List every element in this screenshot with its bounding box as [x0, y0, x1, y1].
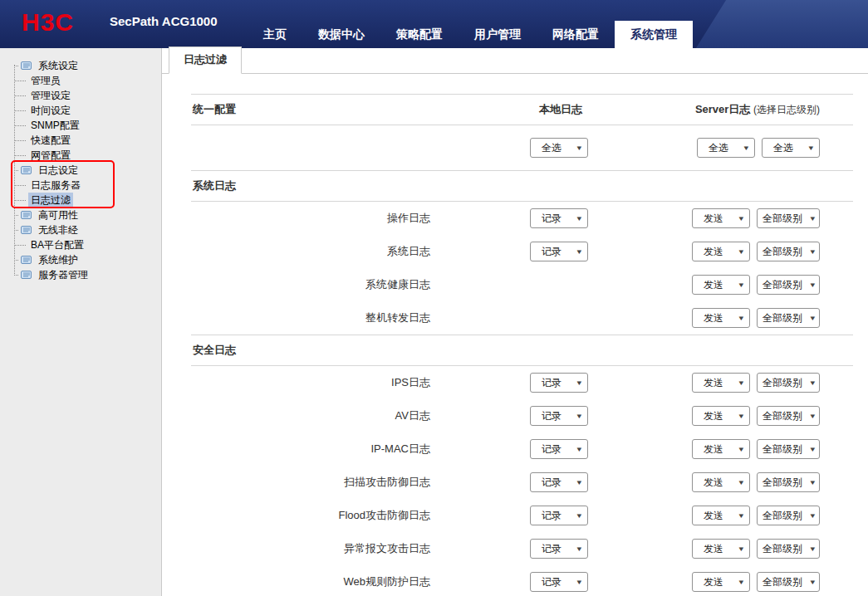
send-select-系统健康日志[interactable]: 发送▾	[692, 275, 750, 295]
send-select-Flood攻击防御日志[interactable]: 发送▾	[692, 506, 750, 525]
sidebar-item-快速配置[interactable]: 快速配置	[0, 133, 161, 148]
chevron-down-icon: ▾	[744, 144, 749, 152]
nav-item-用户管理[interactable]: 用户管理	[459, 21, 537, 48]
server-log-cell: 发送▾全部级别▾	[692, 275, 853, 295]
local-select-操作日志-value: 记录	[542, 212, 562, 226]
level-select-AV日志-value: 全部级别	[763, 409, 802, 423]
row-label: 扫描攻击防御日志	[191, 475, 430, 490]
level-select-系统日志[interactable]: 全部级别▾	[757, 242, 820, 261]
send-select-IPS日志[interactable]: 发送▾	[692, 373, 750, 393]
local-log-cell: 记录▾	[430, 439, 688, 459]
level-select-系统健康日志-value: 全部级别	[763, 278, 802, 292]
chevron-down-icon: ▾	[577, 247, 582, 256]
sidebar-item-label: 日志过滤	[28, 193, 73, 208]
local-select-IP-MAC日志[interactable]: 记录▾	[530, 439, 588, 459]
local-select-AV日志[interactable]: 记录▾	[530, 406, 588, 426]
level-select-IPS日志[interactable]: 全部级别▾	[757, 373, 820, 393]
send-select-扫描攻击防御日志[interactable]: 发送▾	[692, 472, 750, 492]
sidebar-item-高可用性[interactable]: 高可用性	[0, 208, 161, 222]
tree-branch	[14, 125, 26, 126]
sidebar-item-label: 系统维护	[36, 252, 81, 268]
level-select-操作日志[interactable]: 全部级别▾	[757, 208, 820, 228]
tree-branch	[14, 95, 26, 96]
level-select-扫描攻击防御日志[interactable]: 全部级别▾	[757, 472, 820, 492]
local-select-Web规则防护日志-value: 记录	[542, 575, 562, 589]
level-select-整机转发日志[interactable]: 全部级别▾	[757, 308, 820, 328]
level-select-Flood攻击防御日志-value: 全部级别	[763, 509, 802, 523]
sidebar-item-系统维护[interactable]: 系统维护	[0, 252, 161, 267]
nav-item-数据中心[interactable]: 数据中心	[302, 21, 380, 48]
tab-label: 日志过滤	[184, 53, 227, 66]
sidebar-item-SNMP配置[interactable]: SNMP配置	[0, 118, 161, 133]
log-row-异常报文攻击日志: 异常报文攻击日志记录▾发送▾全部级别▾	[191, 532, 853, 565]
local-select-Web规则防护日志[interactable]: 记录▾	[530, 572, 588, 592]
sidebar-item-系统设定[interactable]: 系统设定	[0, 58, 161, 73]
level-select-系统健康日志[interactable]: 全部级别▾	[757, 275, 820, 295]
nav-item-主页[interactable]: 主页	[248, 21, 302, 48]
tree-branch	[14, 140, 26, 141]
sidebar-item-日志服务器[interactable]: 日志服务器	[0, 178, 161, 193]
server-log-cell: 发送▾全部级别▾	[692, 308, 853, 328]
section-header-系统日志: 系统日志	[191, 170, 853, 202]
sidebar-item-日志过滤[interactable]: 日志过滤	[0, 193, 161, 208]
row-label: 系统日志	[191, 244, 430, 259]
local-select-IPS日志-value: 记录	[542, 376, 562, 390]
nav-item-网络配置[interactable]: 网络配置	[537, 21, 615, 48]
section-title: 安全日志	[193, 343, 236, 358]
sidebar: 系统设定管理员管理设定时间设定SNMP配置快速配置网管配置日志设定日志服务器日志…	[0, 48, 162, 596]
chevron-down-icon: ▾	[739, 478, 744, 486]
chevron-down-icon: ▾	[811, 379, 816, 387]
sidebar-item-日志设定[interactable]: 日志设定	[0, 163, 161, 178]
server-log-cell: 全选▾全选▾	[697, 138, 853, 158]
sidebar-item-服务器管理[interactable]: 服务器管理	[0, 267, 161, 282]
local-select-系统日志[interactable]: 记录▾	[530, 242, 588, 261]
chevron-down-icon: ▾	[739, 545, 744, 553]
local-log-cell: 全选▾	[430, 138, 688, 158]
local-log-cell: 记录▾	[430, 208, 688, 228]
log-row-IPS日志: IPS日志记录▾发送▾全部级别▾	[191, 366, 853, 399]
level-select-AV日志[interactable]: 全部级别▾	[757, 406, 820, 426]
level-select-异常报文攻击日志[interactable]: 全部级别▾	[757, 539, 820, 559]
chevron-down-icon: ▾	[809, 144, 814, 152]
local-select-IPS日志[interactable]: 记录▾	[530, 373, 588, 393]
level-select-Web规则防护日志-value: 全部级别	[763, 575, 802, 589]
send-select-整机转发日志[interactable]: 发送▾	[692, 308, 750, 328]
tree-branch	[14, 200, 26, 201]
sidebar-item-无线非经[interactable]: 无线非经	[0, 222, 161, 237]
sidebar-item-管理设定[interactable]: 管理设定	[0, 88, 161, 103]
local-log-cell: 记录▾	[430, 539, 688, 559]
send-select-操作日志[interactable]: 发送▾	[692, 208, 750, 228]
sidebar-item-网管配置[interactable]: 网管配置	[0, 148, 161, 163]
nav-item-策略配置[interactable]: 策略配置	[380, 21, 459, 48]
tab-bar: 日志过滤	[162, 48, 868, 74]
local-select-扫描攻击防御日志[interactable]: 记录▾	[530, 472, 588, 492]
level-select-IP-MAC日志[interactable]: 全部级别▾	[757, 439, 820, 459]
local-select-异常报文攻击日志[interactable]: 记录▾	[530, 539, 588, 559]
sidebar-item-label: 时间设定	[28, 103, 73, 119]
send-select-AV日志[interactable]: 发送▾	[692, 406, 750, 426]
level-select-整机转发日志-value: 全部级别	[763, 311, 802, 325]
sidebar-item-时间设定[interactable]: 时间设定	[0, 103, 161, 118]
chevron-down-icon: ▾	[739, 314, 744, 322]
sidebar-item-管理员[interactable]: 管理员	[0, 73, 161, 88]
send-select-异常报文攻击日志-value: 发送	[704, 542, 723, 556]
local-select-系统日志-value: 记录	[542, 245, 562, 259]
level-select-Flood攻击防御日志[interactable]: 全部级别▾	[757, 506, 820, 525]
row-label: Flood攻击防御日志	[191, 508, 430, 523]
local-select-操作日志[interactable]: 记录▾	[530, 208, 588, 228]
row-label: 异常报文攻击日志	[191, 541, 430, 556]
send-select-Web规则防护日志[interactable]: 发送▾	[692, 572, 750, 592]
tab-log-filter[interactable]: 日志过滤	[169, 46, 242, 74]
send-select-系统日志[interactable]: 发送▾	[692, 242, 750, 261]
sidebar-item-BA平台配置[interactable]: BA平台配置	[0, 237, 161, 252]
level-select-Web规则防护日志[interactable]: 全部级别▾	[757, 572, 820, 592]
nav-item-系统管理[interactable]: 系统管理	[615, 21, 693, 48]
select-all-send-select[interactable]: 全选▾	[697, 138, 755, 158]
row-label: Web规则防护日志	[191, 574, 430, 589]
send-select-IP-MAC日志[interactable]: 发送▾	[692, 439, 750, 459]
select-all-level-select[interactable]: 全选▾	[762, 138, 820, 158]
send-select-IPS日志-value: 发送	[704, 376, 723, 390]
local-select-Flood攻击防御日志[interactable]: 记录▾	[530, 506, 588, 525]
select-all-local-select[interactable]: 全选▾	[530, 138, 588, 158]
send-select-异常报文攻击日志[interactable]: 发送▾	[692, 539, 750, 559]
